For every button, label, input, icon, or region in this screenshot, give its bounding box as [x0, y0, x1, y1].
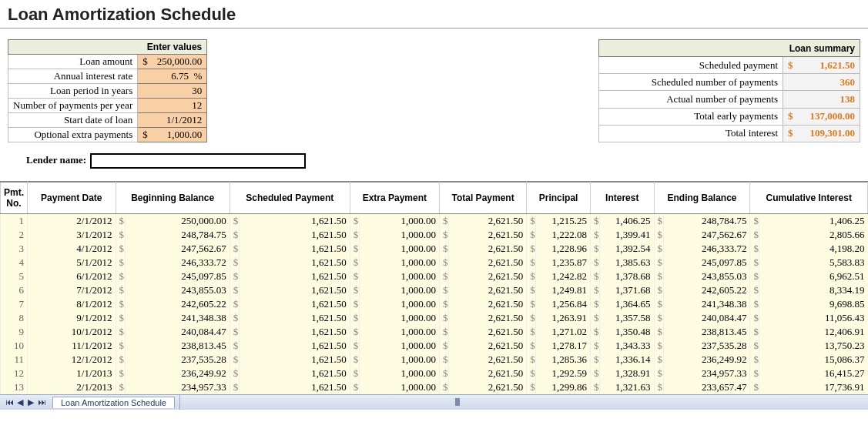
cell-interest: 1,364.65 — [599, 297, 654, 311]
cell-payment-date: 12/1/2012 — [28, 353, 116, 367]
cell-payment-date: 2/1/2013 — [28, 380, 116, 394]
lender-name-label: Lender name: — [26, 154, 86, 166]
cell-scheduled-payment: 1,621.50 — [239, 256, 350, 270]
total-interest-label: Total interest — [599, 125, 783, 142]
cell-ending-balance: 234,957.33 — [663, 367, 750, 380]
sheet-tab[interactable]: Loan Amortization Schedule — [52, 397, 175, 408]
cell-ending-balance: 247,562.67 — [663, 228, 750, 242]
tab-nav-first-icon[interactable]: ⏮ — [5, 397, 14, 407]
cell-interest: 1,385.63 — [599, 256, 654, 270]
cell-scheduled-payment: 1,621.50 — [239, 297, 350, 311]
cell-cumulative-interest: 1,406.25 — [759, 214, 868, 229]
cell-ending-balance: 248,784.75 — [663, 214, 750, 229]
cell-principal: 1,278.17 — [536, 339, 591, 353]
cell-payment-date: 9/1/2012 — [28, 311, 116, 325]
scheduled-num-value: 360 — [783, 74, 860, 91]
scroll-thumb[interactable] — [455, 398, 460, 406]
start-date-input[interactable]: 1/1/2012 — [138, 113, 207, 128]
lender-name-input[interactable] — [90, 153, 306, 169]
col-cumulative-interest: Cumulative Interest — [750, 183, 868, 214]
cell-pmt-no: 13 — [1, 380, 28, 394]
loan-amount-input[interactable]: $250,000.00 — [138, 55, 207, 69]
cell-total-payment: 2,621.50 — [448, 353, 526, 367]
cell-total-payment: 2,621.50 — [448, 367, 526, 380]
total-interest-value: $109,301.00 — [783, 125, 860, 142]
cell-scheduled-payment: 1,621.50 — [239, 242, 350, 256]
loan-amount-label: Loan amount — [8, 55, 138, 69]
extra-payments-input[interactable]: $1,000.00 — [138, 128, 207, 142]
cell-payment-date: 3/1/2012 — [28, 228, 116, 242]
horizontal-scrollbar[interactable] — [179, 395, 868, 410]
table-row: 23/1/2012$248,784.75$1,621.50$1,000.00$2… — [1, 228, 868, 242]
cell-ending-balance: 243,855.03 — [663, 270, 750, 283]
cell-extra-payment: 1,000.00 — [359, 283, 439, 297]
col-interest: Interest — [590, 183, 654, 214]
col-ending-balance: Ending Balance — [654, 183, 750, 214]
cell-payment-date: 5/1/2012 — [28, 256, 116, 270]
cell-scheduled-payment: 1,621.50 — [239, 214, 350, 229]
col-scheduled-payment: Scheduled Payment — [230, 183, 350, 214]
payments-per-year-input[interactable]: 12 — [138, 99, 207, 113]
cell-principal: 1,271.02 — [536, 325, 591, 339]
cell-scheduled-payment: 1,621.50 — [239, 325, 350, 339]
cell-cumulative-interest: 8,334.19 — [759, 283, 868, 297]
cell-scheduled-payment: 1,621.50 — [239, 339, 350, 353]
cell-scheduled-payment: 1,621.50 — [239, 367, 350, 380]
col-total-payment: Total Payment — [439, 183, 526, 214]
cell-pmt-no: 5 — [1, 270, 28, 283]
cell-interest: 1,336.14 — [599, 353, 654, 367]
actual-num-value: 138 — [783, 91, 860, 108]
table-row: 121/1/2013$236,249.92$1,621.50$1,000.00$… — [1, 367, 868, 380]
cell-extra-payment: 1,000.00 — [359, 353, 439, 367]
extra-payments-label: Optional extra payments — [8, 128, 138, 142]
col-payment-date: Payment Date — [28, 183, 116, 214]
summary-header: Loan summary — [599, 40, 860, 57]
table-row: 910/1/2012$240,084.47$1,621.50$1,000.00$… — [1, 325, 868, 339]
cell-pmt-no: 7 — [1, 297, 28, 311]
inputs-header: Enter values — [8, 40, 207, 55]
cell-principal: 1,222.08 — [536, 228, 591, 242]
tab-nav-prev-icon[interactable]: ◀ — [15, 397, 25, 407]
table-row: 78/1/2012$242,605.22$1,621.50$1,000.00$2… — [1, 297, 868, 311]
cell-pmt-no: 4 — [1, 256, 28, 270]
cell-beginning-balance: 240,084.47 — [125, 325, 230, 339]
cell-pmt-no: 9 — [1, 325, 28, 339]
cell-scheduled-payment: 1,621.50 — [239, 353, 350, 367]
cell-cumulative-interest: 5,583.83 — [759, 256, 868, 270]
cell-cumulative-interest: 9,698.85 — [759, 297, 868, 311]
cell-interest: 1,392.54 — [599, 242, 654, 256]
actual-num-label: Actual number of payments — [599, 91, 783, 108]
summary-panel: Loan summary Scheduled payment $1,621.50… — [598, 39, 860, 142]
cell-pmt-no: 11 — [1, 353, 28, 367]
cell-total-payment: 2,621.50 — [448, 339, 526, 353]
cell-scheduled-payment: 1,621.50 — [239, 283, 350, 297]
loan-period-input[interactable]: 30 — [138, 84, 207, 99]
page-title: Loan Amortization Schedule — [0, 0, 868, 28]
annual-rate-input[interactable]: 6.75 % — [138, 69, 207, 84]
cell-beginning-balance: 246,333.72 — [125, 256, 230, 270]
cell-principal: 1,215.25 — [536, 214, 591, 229]
cell-interest: 1,371.68 — [599, 283, 654, 297]
inputs-panel: Enter values Loan amount $250,000.00 Ann… — [8, 39, 207, 142]
table-row: 1011/1/2012$238,813.45$1,621.50$1,000.00… — [1, 339, 868, 353]
cell-extra-payment: 1,000.00 — [359, 380, 439, 394]
cell-interest: 1,406.25 — [599, 214, 654, 229]
cell-cumulative-interest: 13,750.23 — [759, 339, 868, 353]
cell-extra-payment: 1,000.00 — [359, 214, 439, 229]
scheduled-payment-label: Scheduled payment — [599, 57, 783, 74]
cell-ending-balance: 233,657.47 — [663, 380, 750, 394]
cell-extra-payment: 1,000.00 — [359, 339, 439, 353]
loan-period-label: Loan period in years — [8, 84, 138, 99]
cell-total-payment: 2,621.50 — [448, 228, 526, 242]
cell-beginning-balance: 248,784.75 — [125, 228, 230, 242]
table-row: 12/1/2012$250,000.00$1,621.50$1,000.00$2… — [1, 214, 868, 229]
tab-nav-last-icon[interactable]: ⏭ — [37, 397, 46, 407]
cell-cumulative-interest: 11,056.43 — [759, 311, 868, 325]
cell-ending-balance: 240,084.47 — [663, 311, 750, 325]
cell-beginning-balance: 234,957.33 — [125, 380, 230, 394]
cell-pmt-no: 10 — [1, 339, 28, 353]
annual-rate-label: Annual interest rate — [8, 69, 138, 84]
cell-principal: 1,242.82 — [536, 270, 591, 283]
tab-nav-next-icon[interactable]: ▶ — [26, 397, 35, 407]
cell-extra-payment: 1,000.00 — [359, 242, 439, 256]
